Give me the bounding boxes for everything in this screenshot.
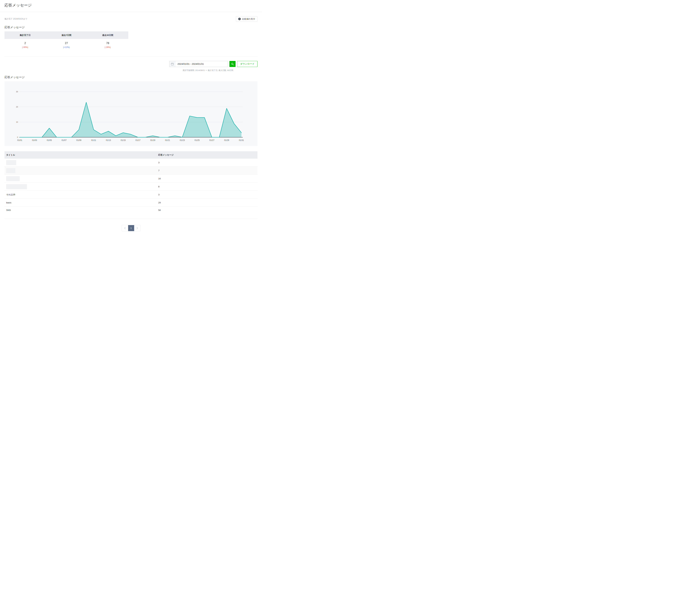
redacted-title-placeholder: [6, 176, 20, 181]
table-row: SNS58: [4, 207, 257, 219]
response-messages-chart: 010203001/0101/0301/0501/0701/0901/1101/…: [4, 81, 257, 146]
summary-value: 27: [46, 42, 87, 45]
svg-text:01/05: 01/05: [47, 139, 52, 141]
svg-text:01/01: 01/01: [17, 139, 22, 141]
column-header-count: 応答メッセージ: [158, 154, 257, 156]
summary-cell-30days: 78 (-26%): [87, 42, 128, 49]
summary-col-header-7days: 過去7日間: [46, 31, 87, 39]
table-row: それ以外3: [4, 191, 257, 199]
area-chart-svg: 010203001/0101/0301/0501/0701/0901/1101/…: [4, 81, 257, 146]
svg-text:01/21: 01/21: [165, 139, 170, 141]
summary-value: 2: [4, 42, 46, 45]
svg-text:01/29: 01/29: [224, 139, 229, 141]
svg-text:01/09: 01/09: [77, 139, 81, 141]
date-filter-row: ダウンロード: [0, 56, 262, 67]
svg-text:20: 20: [16, 106, 18, 108]
svg-text:01/23: 01/23: [180, 139, 185, 141]
row-count: 7: [158, 169, 257, 172]
row-title: それ以外: [4, 193, 158, 196]
response-table-header: タイトル 応答メッセージ: [4, 151, 257, 159]
summary-delta: (-90%): [4, 46, 46, 49]
svg-text:01/13: 01/13: [106, 139, 111, 141]
row-count: 16: [158, 177, 257, 180]
svg-text:01/31: 01/31: [239, 139, 244, 141]
aggregation-complete-note: 集計完了 2024/03/24まで: [4, 18, 27, 20]
row-title: [4, 160, 158, 165]
pagination-page-1[interactable]: 1: [128, 225, 134, 231]
download-button[interactable]: ダウンロード: [237, 61, 257, 67]
row-count: 3: [158, 193, 257, 196]
redacted-title-placeholder: [6, 160, 16, 165]
row-count: 3: [158, 161, 257, 164]
summary-table-header: 集計完了日 過去7日間 過去30日間: [4, 31, 128, 39]
table-row: 16: [4, 175, 257, 183]
compare-values-help-button[interactable]: i 比較値の見方: [236, 16, 257, 22]
chart-section-heading: 応答メッセージ: [4, 76, 257, 79]
summary-cell-7days: 27 (+12%): [46, 42, 87, 49]
row-title: [4, 176, 158, 181]
search-button[interactable]: [230, 61, 236, 67]
calendar-button[interactable]: [169, 61, 175, 67]
row-title: SNS: [4, 209, 158, 211]
row-title: [4, 184, 158, 189]
response-messages-page: 応答メッセージ 集計完了 2024/03/24まで i 比較値の見方 応答メッセ…: [0, 0, 262, 232]
svg-text:01/17: 01/17: [135, 139, 140, 141]
summary-delta: (+12%): [46, 46, 87, 49]
table-row: basic29: [4, 199, 257, 207]
pagination: 1: [0, 225, 262, 231]
row-title: basic: [4, 201, 158, 204]
summary-table-body: 2 (-90%) 27 (+12%) 78 (-26%): [4, 39, 128, 52]
row-count: 29: [158, 201, 257, 204]
summary-col-header-end-date: 集計完了日: [4, 31, 46, 39]
svg-text:01/25: 01/25: [194, 139, 200, 141]
summary-section-heading: 応答メッセージ: [4, 26, 257, 29]
svg-text:01/03: 01/03: [32, 139, 37, 141]
summary-table: 集計完了日 過去7日間 過去30日間 2 (-90%) 27 (+12%) 78…: [4, 31, 128, 52]
download-button-label: ダウンロード: [240, 63, 254, 66]
column-header-title: タイトル: [4, 154, 158, 156]
row-count: 58: [158, 209, 257, 211]
page-header: 応答メッセージ: [0, 0, 262, 7]
chevron-left-icon: [124, 227, 125, 229]
summary-delta: (-26%): [87, 46, 128, 49]
row-count: 8: [158, 186, 257, 188]
svg-text:30: 30: [16, 91, 18, 93]
chevron-right-icon: [136, 227, 138, 229]
table-row: 8: [4, 183, 257, 191]
summary-value: 78: [87, 42, 128, 45]
row-title: [4, 168, 158, 173]
response-table-body: 37168それ以外3basic29SNS58: [0, 159, 262, 219]
summary-col-header-30days: 過去30日間: [87, 31, 128, 39]
pagination-prev-button[interactable]: [122, 225, 128, 231]
pagination-next-button[interactable]: [134, 225, 140, 231]
svg-text:0: 0: [17, 136, 18, 138]
date-range-group: [169, 61, 228, 67]
svg-text:01/27: 01/27: [209, 139, 214, 141]
svg-text:10: 10: [16, 121, 18, 123]
table-row: 7: [4, 166, 257, 175]
response-table: タイトル 応答メッセージ 37168それ以外3basic29SNS58: [0, 151, 262, 219]
calendar-icon: [171, 63, 174, 66]
svg-text:01/19: 01/19: [150, 139, 155, 141]
info-icon: i: [238, 18, 241, 20]
table-row: 3: [4, 159, 257, 166]
search-icon: [231, 63, 234, 66]
redacted-title-placeholder: [6, 168, 15, 173]
svg-text:01/15: 01/15: [121, 139, 125, 141]
date-range-input[interactable]: [175, 61, 228, 67]
redacted-title-placeholder: [6, 184, 27, 189]
meta-row: 集計完了 2024/03/24まで i 比較値の見方: [0, 12, 262, 22]
svg-text:01/11: 01/11: [91, 139, 96, 141]
pagination-box: 1: [122, 225, 140, 231]
date-range-hint: 選択可能期間: 2014/08/01 〜 集計完了日, 最大日数: 60日間: [0, 67, 262, 72]
svg-text:01/07: 01/07: [62, 139, 67, 141]
summary-cell-end-date: 2 (-90%): [4, 42, 46, 49]
compare-values-help-label: 比較値の見方: [242, 18, 255, 20]
page-title: 応答メッセージ: [4, 3, 257, 7]
